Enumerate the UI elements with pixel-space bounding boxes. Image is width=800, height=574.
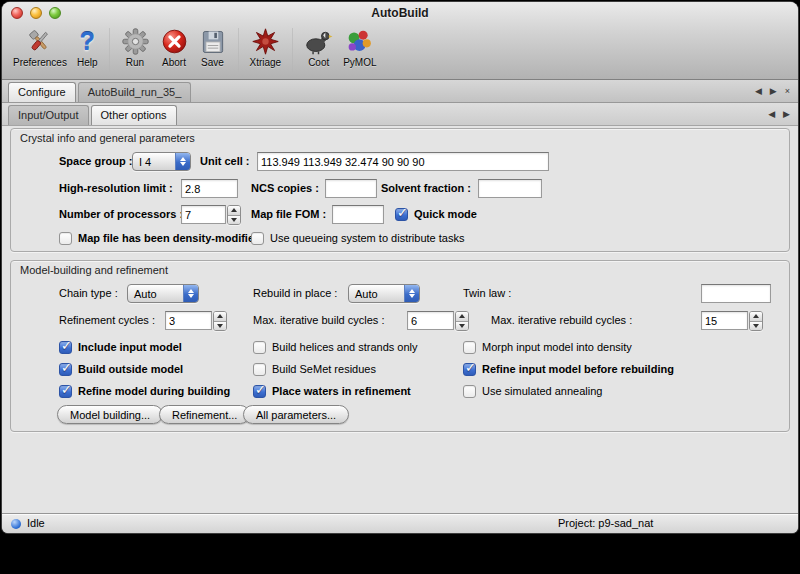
status-indicator-icon [11, 519, 21, 529]
refinement-button[interactable]: Refinement... [159, 405, 250, 424]
tab-scroll-right-icon[interactable]: ▶ [783, 109, 790, 119]
toolbar-preferences[interactable]: Preferences [8, 25, 72, 69]
space-group-label: Space group : [59, 152, 132, 171]
refinement-cycles-input[interactable] [165, 311, 212, 330]
stepper-down-icon[interactable] [228, 216, 240, 225]
run-icon [121, 26, 150, 57]
refinement-cycles-label: Refinement cycles : [59, 311, 155, 330]
popup-arrows-icon [404, 285, 419, 302]
save-icon [199, 26, 227, 57]
toolbar-separator [292, 28, 293, 72]
toolbar-xtriage[interactable]: Xtriage [245, 25, 287, 69]
quick-mode-checkbox[interactable] [395, 208, 408, 221]
all-parameters-button[interactable]: All parameters... [243, 405, 349, 424]
preferences-icon [25, 26, 54, 57]
build-semet-checkbox[interactable] [253, 363, 266, 376]
include-input-model-label: Include input model [78, 338, 182, 357]
autobuild-window: AutoBuild Preferences [2, 2, 798, 533]
toolbar-coot[interactable]: Coot [299, 25, 338, 69]
tab-close-icon[interactable]: × [785, 86, 790, 96]
stepper-up-icon[interactable] [228, 206, 240, 216]
refine-during-build-checkbox[interactable] [59, 385, 72, 398]
chain-type-select[interactable]: Auto [127, 284, 199, 303]
tab-scroll-right-icon[interactable]: ▶ [770, 86, 777, 96]
refine-before-rebuild-label: Refine input model before rebuilding [482, 360, 674, 379]
build-outside-checkbox[interactable] [59, 363, 72, 376]
queueing-label: Use queueing system to distribute tasks [270, 229, 464, 248]
refine-before-rebuild-checkbox[interactable] [463, 363, 476, 376]
toolbar-label: Save [201, 57, 224, 68]
ncs-copies-label: NCS copies : [251, 179, 319, 198]
queueing-checkbox[interactable] [251, 232, 264, 245]
help-icon: ? [80, 26, 95, 57]
max-build-cycles-input[interactable] [407, 311, 454, 330]
model-building-group: Model-building and refinement Chain type… [10, 260, 790, 432]
tab-scroll-left-icon[interactable]: ◀ [755, 86, 762, 96]
processors-label: Number of processors : [59, 205, 183, 224]
simulated-annealing-checkbox[interactable] [463, 385, 476, 398]
refinement-cycles-stepper[interactable] [213, 311, 227, 331]
solvent-fraction-input[interactable] [478, 179, 542, 198]
max-build-cycles-stepper[interactable] [455, 311, 469, 331]
processors-input[interactable] [181, 205, 226, 224]
tab-other-options[interactable]: Other options [91, 105, 177, 125]
include-input-model-checkbox[interactable] [59, 341, 72, 354]
quick-mode-label: Quick mode [414, 205, 477, 224]
density-modified-checkbox[interactable] [59, 232, 72, 245]
unit-cell-input[interactable] [257, 152, 549, 171]
toolbar-save[interactable]: Save [194, 25, 232, 69]
map-file-fom-label: Map file FOM : [251, 205, 326, 224]
toolbar-label: Run [126, 57, 144, 68]
toolbar-pymol[interactable]: PyMOL [338, 25, 381, 69]
morph-input-checkbox[interactable] [463, 341, 476, 354]
toolbar-run[interactable]: Run [116, 25, 155, 69]
stepper-down-icon[interactable] [456, 322, 468, 331]
map-file-fom-input[interactable] [332, 205, 384, 224]
solvent-fraction-label: Solvent fraction : [381, 179, 471, 198]
max-rebuild-cycles-input[interactable] [701, 311, 748, 330]
toolbar: Preferences ? Help [2, 24, 798, 79]
stepper-down-icon[interactable] [750, 322, 762, 331]
twin-law-input[interactable] [701, 284, 771, 303]
stepper-up-icon[interactable] [214, 312, 226, 322]
max-rebuild-cycles-stepper[interactable] [749, 311, 763, 331]
tab-input-output[interactable]: Input/Output [8, 105, 89, 125]
close-window-button[interactable] [11, 7, 23, 19]
status-text: Idle [27, 517, 45, 529]
traffic-lights [11, 7, 61, 19]
high-resolution-input[interactable] [181, 179, 238, 198]
rebuild-in-place-select[interactable]: Auto [348, 284, 420, 303]
stepper-up-icon[interactable] [456, 312, 468, 322]
title-bar[interactable]: AutoBuild [2, 2, 798, 24]
density-modified-label: Map file has been density-modified [78, 229, 261, 248]
morph-input-label: Morph input model into density [482, 338, 632, 357]
build-outside-label: Build outside model [78, 360, 183, 379]
max-build-cycles-label: Max. iterative build cycles : [253, 311, 384, 330]
toolbar-label: Abort [162, 57, 186, 68]
build-helices-checkbox[interactable] [253, 341, 266, 354]
stepper-up-icon[interactable] [750, 312, 762, 322]
model-building-button[interactable]: Model building... [57, 405, 163, 424]
ncs-copies-input[interactable] [325, 179, 377, 198]
crystal-group-title: Crystal info and general parameters [20, 132, 195, 144]
toolbar-label: PyMOL [343, 57, 376, 68]
tab-autobuild-run[interactable]: AutoBuild_run_35_ [78, 82, 192, 102]
coot-icon [304, 26, 333, 57]
popup-arrows-icon [175, 153, 190, 170]
tab-scroll-left-icon[interactable]: ◀ [768, 109, 775, 119]
toolbar-label: Help [77, 57, 98, 68]
place-waters-label: Place waters in refinement [272, 382, 411, 401]
window-title: AutoBuild [371, 6, 428, 20]
minimize-window-button[interactable] [30, 7, 42, 19]
toolbar-abort[interactable]: Abort [155, 25, 194, 69]
project-label: Project: p9-sad_nat [558, 517, 653, 529]
place-waters-checkbox[interactable] [253, 385, 266, 398]
processors-stepper[interactable] [227, 205, 241, 225]
toolbar-help[interactable]: ? Help [72, 25, 103, 69]
pymol-icon [345, 26, 374, 57]
stepper-down-icon[interactable] [214, 322, 226, 331]
space-group-select[interactable]: I 4 [132, 152, 191, 171]
zoom-window-button[interactable] [49, 7, 61, 19]
tab-row-secondary: Input/Output Other options ◀ ▶ [2, 103, 798, 126]
tab-configure[interactable]: Configure [8, 82, 76, 102]
